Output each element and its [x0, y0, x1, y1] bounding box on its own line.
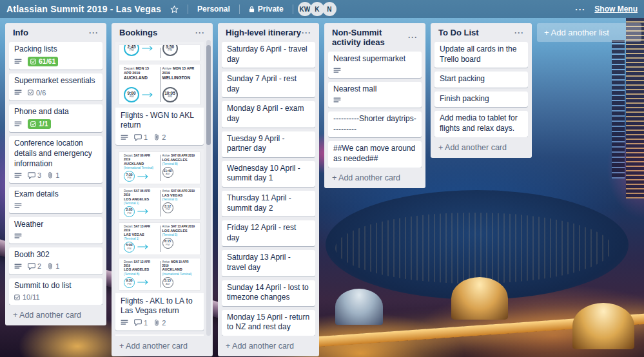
card[interactable]: Monday 15 April - return to NZ and rest … — [222, 310, 315, 336]
card[interactable]: ##We can move around as needed## — [328, 141, 422, 167]
card[interactable]: Update all cards in the Trello board — [434, 42, 528, 68]
board-title[interactable]: Atlassian Summit 2019 - Las Vegas — [6, 4, 161, 14]
comment-count: 2 — [37, 262, 41, 271]
card[interactable]: Sunday 7 April - rest day — [222, 72, 315, 97]
comment-badge: 1 — [134, 133, 148, 142]
card[interactable]: 2:45PM3:50PMDepartMON 15 APR 2019AUCKLAN… — [115, 42, 204, 145]
comment-count: 1 — [144, 133, 148, 142]
card[interactable]: Wednesday 10 April - summit day 1 — [222, 161, 315, 187]
card[interactable]: Nearest mall — [328, 82, 422, 108]
list-scrollbar[interactable] — [206, 40, 211, 336]
personal-team-button[interactable]: Personal — [195, 3, 233, 15]
board-overflow-menu-button[interactable]: ··· — [575, 5, 585, 14]
star-board-button[interactable] — [168, 3, 181, 15]
card-title: Flights - AKL to LA to Las Vegas return — [121, 296, 193, 316]
checklist-badge-complete: 1/1 — [28, 119, 51, 130]
list-menu-button[interactable]: ··· — [514, 29, 524, 37]
description-icon — [14, 173, 22, 179]
card-title: Exam details — [14, 189, 59, 198]
card[interactable]: Nearest supermarket — [328, 52, 422, 78]
attachment-count: 1 — [55, 171, 59, 180]
add-card-button[interactable]: + Add another card — [9, 309, 102, 321]
header-divider — [188, 5, 188, 14]
attachment-count: 1 — [55, 262, 59, 271]
flight-departure: DepartSAT 13 APR 2019LAS VEGAS(Terminal … — [121, 225, 160, 253]
paperclip-icon — [153, 319, 160, 327]
member-avatar[interactable]: N — [322, 2, 337, 16]
departure-time-circle: 9:30PM — [124, 277, 135, 288]
member-avatars: KWKN — [300, 2, 337, 16]
description-icon — [121, 135, 128, 140]
add-card-button[interactable]: + Add another card — [434, 142, 528, 153]
list-menu-button[interactable]: ··· — [408, 34, 418, 41]
card-badges — [333, 96, 416, 104]
accommodation-dates-attachment: SaturdayApril 6, 2019Check-in time is 4P… — [115, 334, 204, 336]
description-icon — [14, 90, 22, 95]
paperclip-icon — [153, 133, 160, 141]
card[interactable]: DepartSAT 06 APR 2019AUCKLAND(Internatio… — [115, 149, 204, 331]
card-title: Packing lists — [14, 44, 57, 53]
card[interactable]: SaturdayApril 6, 2019Check-in time is 4P… — [115, 334, 204, 336]
list-title[interactable]: High-level itinerary — [226, 28, 301, 37]
card[interactable]: Phone and data1/1 — [9, 104, 102, 132]
attachment-badge: 1 — [47, 171, 59, 180]
description-icon — [14, 203, 22, 209]
card[interactable]: Packing lists61/61 — [9, 42, 102, 70]
list-menu-button[interactable]: ··· — [195, 29, 205, 37]
card-badges: 10/11 — [14, 293, 97, 302]
list-title[interactable]: Info — [13, 28, 28, 37]
list-to-do-list: To Do List···Update all cards in the Tre… — [431, 23, 532, 158]
show-menu-button[interactable]: Show Menu — [594, 5, 638, 14]
card[interactable]: Saturday 13 April - travel day — [222, 250, 315, 276]
header-divider — [239, 5, 240, 14]
card-title: Wednesday 10 April - summit day 1 — [227, 164, 300, 183]
trello-board-app: Atlassian Summit 2019 - Las Vegas Person… — [0, 0, 644, 357]
attachment-count: 2 — [162, 133, 166, 142]
card[interactable]: Friday 12 April - rest day — [222, 220, 315, 246]
add-list-button[interactable]: + Add another list — [537, 23, 641, 42]
flight-arrow-icon — [137, 174, 150, 179]
card[interactable]: Add media to tablet for flights and rela… — [434, 111, 528, 137]
checklist-count: 61/61 — [39, 57, 55, 66]
list-title[interactable]: Non-Summit activity ideas — [332, 28, 408, 47]
flight-arrow-icon — [137, 280, 150, 285]
card[interactable]: Weather — [9, 217, 102, 244]
card[interactable]: Thursday 11 April - summit day 2 — [222, 191, 315, 217]
card[interactable]: ----------Shorter daytrips---------- — [328, 111, 422, 137]
card-badges: 12 — [121, 318, 199, 327]
add-card-button[interactable]: + Add another card — [115, 340, 209, 352]
card[interactable]: Start packing — [434, 72, 528, 88]
checklist-badge: 0/6 — [28, 88, 46, 97]
card[interactable]: Supermarket essentials0/6 — [9, 73, 102, 101]
scrollbar-thumb[interactable] — [206, 45, 211, 145]
add-card-button[interactable]: + Add another card — [222, 340, 315, 352]
card[interactable]: Conference location details and emergenc… — [9, 136, 102, 183]
comment-icon — [28, 263, 35, 270]
card-title: Nearest mall — [333, 84, 376, 93]
card[interactable]: Monday 8 April - exam day — [222, 101, 315, 127]
list-menu-button[interactable]: ··· — [302, 29, 311, 37]
card-title: Update all cards in the Trello board — [440, 44, 516, 64]
card-title: ----------Shorter daytrips---------- — [333, 114, 416, 133]
card[interactable]: Tuesday 9 April - partner day — [222, 131, 315, 157]
list-header: Non-Summit activity ideas··· — [328, 26, 422, 52]
visibility-private-button[interactable]: Private — [246, 3, 286, 15]
add-card-button[interactable]: + Add another card — [328, 172, 422, 184]
flight-itinerary-attachment: 2:45PM3:50PMDepartMON 15 APR 2019AUCKLAN… — [115, 42, 204, 108]
card[interactable]: Sunday 14 April - lost to timezone chang… — [222, 280, 315, 306]
comment-icon — [134, 134, 142, 141]
list-menu-button[interactable]: ··· — [89, 29, 99, 37]
card[interactable]: Summit to do list10/11 — [9, 278, 102, 305]
description-icon — [333, 97, 341, 103]
card-title: Booth 302 — [14, 250, 50, 259]
card[interactable]: Finish packing — [434, 92, 528, 108]
flight-segment-image: DepartSAT 06 APR 2019AUCKLAND(Internatio… — [119, 151, 200, 184]
card[interactable]: Booth 30221 — [9, 247, 102, 275]
card[interactable]: Saturday 6 April - travel day — [222, 42, 315, 68]
card[interactable]: Exam details — [9, 187, 102, 213]
list-title[interactable]: To Do List — [438, 28, 479, 37]
list-title[interactable]: Bookings — [119, 28, 157, 37]
card-title: Saturday 6 April - travel day — [227, 44, 307, 64]
comment-count: 1 — [144, 318, 148, 327]
card-badges: 1/1 — [14, 119, 97, 130]
